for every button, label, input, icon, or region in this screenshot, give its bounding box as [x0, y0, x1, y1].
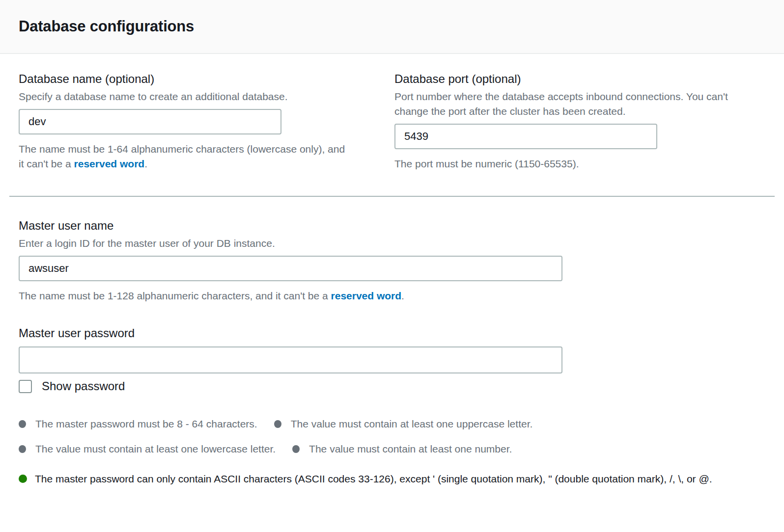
master-user-password-field-group: Master user password Show password [19, 326, 765, 393]
hint-period: . [144, 158, 147, 169]
database-port-hint: The port must be numeric (1150-65535). [394, 157, 765, 171]
master-user-password-label: Master user password [19, 326, 765, 341]
master-user-name-field-group: Master user name Enter a login ID for th… [19, 218, 765, 303]
database-configurations-form: Database name (optional) Specify a datab… [0, 72, 784, 488]
show-password-label[interactable]: Show password [42, 379, 125, 393]
rule-row: The value must contain at least one lowe… [19, 442, 765, 456]
rule-text: The master password can only contain ASC… [35, 473, 712, 484]
rule-row: The master password must be 8 - 64 chara… [19, 417, 765, 431]
section-header: Database configurations [0, 0, 784, 54]
bullet-dot-green-icon [19, 475, 27, 483]
rule-uppercase: The value must contain at least one uppe… [274, 417, 533, 431]
rule-text: The value must contain at least one numb… [309, 442, 512, 456]
master-user-name-hint: The name must be 1-128 alphanumeric char… [19, 289, 765, 303]
show-password-checkbox[interactable] [19, 380, 32, 393]
rule-number: The value must contain at least one numb… [292, 442, 512, 456]
bullet-dot-icon [19, 420, 26, 428]
hint-period: . [401, 290, 404, 301]
top-fields-row: Database name (optional) Specify a datab… [19, 72, 765, 171]
page-title: Database configurations [19, 18, 194, 35]
password-validation-rules: The master password must be 8 - 64 chara… [19, 417, 765, 488]
reserved-word-link[interactable]: reserved word [74, 158, 145, 169]
rule-lowercase: The value must contain at least one lowe… [19, 442, 276, 456]
database-name-description: Specify a database name to create an add… [19, 89, 376, 104]
bullet-dot-icon [274, 420, 281, 428]
master-user-name-input[interactable] [19, 256, 562, 281]
rule-text: The value must contain at least one uppe… [291, 417, 533, 431]
database-name-input[interactable] [19, 109, 281, 134]
hint-text: The name must be 1-128 alphanumeric char… [19, 290, 331, 301]
bullet-dot-icon [292, 445, 300, 453]
master-user-password-input[interactable] [19, 346, 562, 373]
section-divider [9, 196, 775, 197]
database-port-label: Database port (optional) [394, 72, 765, 86]
database-name-hint: The name must be 1-64 alphanumeric chara… [19, 142, 353, 171]
reserved-word-link[interactable]: reserved word [331, 290, 402, 301]
show-password-row: Show password [19, 379, 765, 393]
master-user-name-description: Enter a login ID for the master user of … [19, 236, 765, 251]
hint-text: The name must be 1-64 alphanumeric chara… [19, 143, 345, 169]
rule-text: The value must contain at least one lowe… [35, 442, 276, 456]
database-port-description: Port number where the database accepts i… [394, 89, 741, 119]
bullet-dot-icon [19, 445, 26, 453]
rule-ascii: The master password can only contain ASC… [19, 469, 765, 488]
master-user-name-label: Master user name [19, 218, 765, 233]
rule-length: The master password must be 8 - 64 chara… [19, 417, 257, 431]
database-name-label: Database name (optional) [19, 72, 376, 86]
database-port-field-group: Database port (optional) Port number whe… [394, 72, 765, 171]
database-name-field-group: Database name (optional) Specify a datab… [19, 72, 376, 171]
database-port-input[interactable] [394, 124, 657, 149]
rule-text: The master password must be 8 - 64 chara… [35, 417, 257, 431]
